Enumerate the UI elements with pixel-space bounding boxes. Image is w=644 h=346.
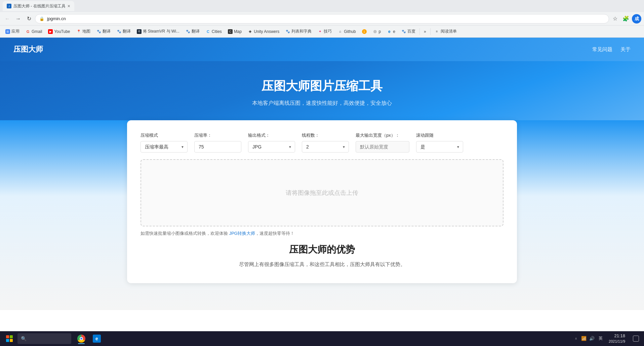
bookmark-tips-label: 技巧: [324, 29, 332, 34]
bookmark-github-label: Github: [344, 29, 356, 34]
quality-input[interactable]: 75: [194, 141, 241, 153]
bookmark-map[interactable]: C Map: [225, 28, 244, 35]
github-icon: ⌂: [338, 29, 343, 34]
language-indicator[interactable]: 英: [598, 335, 603, 342]
bookmark-gmail[interactable]: G Gmail: [23, 28, 45, 35]
website: 压图大师 常见问题 关于 压图大师图片压缩工具 本地客户端离线压图，速度快性能好…: [0, 38, 644, 333]
advantages-section: 压图大师的优势 尽管网上有很多图像压缩工具，和这些工具相比，压图大师具有以下优势…: [140, 236, 504, 271]
taskbar-right: ∧ 📶 🔊 英 21:18 2021/11/9: [574, 332, 641, 345]
back-button[interactable]: ←: [3, 14, 12, 24]
translate2-icon: 🐾: [117, 29, 121, 34]
notification-button[interactable]: [631, 333, 641, 345]
drop-zone[interactable]: 请将图像拖至此或点击上传: [140, 159, 504, 226]
tray-expand-icon[interactable]: ∧: [574, 336, 578, 341]
tips-icon: ✦: [318, 29, 322, 34]
tab-bar: J 压图大师 - 在线图片压缩工具 ×: [0, 0, 644, 12]
bookmark-list[interactable]: 🐾 列表和字典: [283, 27, 314, 36]
bookmark-list-label: 列表和字典: [291, 29, 312, 34]
mode-select[interactable]: 压缩率最高 均衡模式 质量优先: [140, 141, 188, 153]
bookmark-star-button[interactable]: ☆: [610, 14, 620, 24]
bookmark-youtube[interactable]: ▶ YouTube: [45, 28, 73, 35]
nav-about[interactable]: 关于: [620, 46, 631, 53]
format-label: 输出格式：: [248, 132, 295, 138]
notification-icon: [633, 336, 639, 342]
cities-icon: C: [206, 29, 210, 34]
translate3-icon: 🐾: [186, 29, 190, 34]
site-logo: 压图大师: [13, 44, 43, 54]
control-group-threads: 线程数： 1 2 4 8: [302, 132, 349, 153]
bookmark-unity[interactable]: ◈ Unity Answers: [245, 28, 282, 35]
bookmark-steam-label: 将 SteamVR 与 Wi...: [143, 29, 179, 34]
footer-note: 如需快速批量缩小图像或格式转换，欢迎体验 JPG转换大师，速度超快零等待！: [140, 230, 504, 236]
taskbar: 🔍 e ∧ 📶 🔊 英 21:18 2021/11/9: [0, 331, 644, 346]
taskbar-clock[interactable]: 21:18 2021/11/9: [606, 332, 628, 345]
bookmark-trans1[interactable]: 🐾 翻译: [94, 27, 113, 36]
volume-icon[interactable]: 🔊: [589, 335, 595, 342]
scroll-label: 滚动跟随: [416, 132, 463, 138]
bookmark-reading-list[interactable]: ≡ 阅读清单: [432, 27, 459, 36]
bookmark-chevron[interactable]: »: [421, 28, 429, 35]
threads-select-wrapper: 1 2 4 8: [302, 141, 349, 153]
bookmark-p[interactable]: ◎ p: [370, 28, 384, 35]
unity-icon: ◈: [248, 29, 252, 34]
baidu-icon: 🐾: [401, 29, 406, 34]
reading-list-icon: ≡: [435, 29, 439, 34]
control-group-format: 输出格式： JPG PNG WEBP: [248, 132, 295, 153]
bookmark-cities[interactable]: C Cities: [203, 28, 225, 35]
bookmark-num1[interactable]: 1: [359, 28, 369, 35]
address-bar[interactable]: 🔒 jpgmin.cn: [35, 14, 609, 24]
bookmark-e[interactable]: e e: [384, 28, 398, 35]
content-wrapper: 压缩模式 压缩率最高 均衡模式 质量优先 压缩率： 75: [0, 120, 644, 310]
site-nav: 常见问题 关于: [592, 46, 631, 53]
site-header: 压图大师 常见问题 关于: [0, 38, 644, 61]
maps-icon: 📍: [76, 29, 81, 34]
separator: [419, 28, 420, 35]
maxwidth-input[interactable]: [356, 141, 409, 153]
edge-app-icon: e: [93, 335, 101, 343]
clock-time: 21:18: [609, 333, 625, 339]
mode-select-wrapper: 压缩率最高 均衡模式 质量优先: [140, 141, 188, 153]
bookmark-baidu[interactable]: 🐾 百度: [399, 27, 418, 36]
clock-date: 2021/11/9: [609, 339, 625, 344]
browser-tab[interactable]: J 压图大师 - 在线图片压缩工具 ×: [3, 1, 74, 11]
bookmark-trans2[interactable]: 🐾 翻译: [114, 27, 133, 36]
p-icon: ◎: [373, 29, 377, 34]
apps-icon: ⊞: [5, 29, 10, 34]
bookmark-reading-list-label: 阅读清单: [441, 29, 457, 34]
bookmark-trans3-label: 翻译: [192, 29, 200, 34]
nav-faq[interactable]: 常见问题: [592, 46, 612, 53]
taskbar-search[interactable]: 🔍: [17, 333, 71, 344]
control-group-mode: 压缩模式 压缩率最高 均衡模式 质量优先: [140, 132, 188, 153]
profile-button[interactable]: 成: [632, 14, 641, 24]
threads-select[interactable]: 1 2 4 8: [302, 141, 349, 153]
close-tab-icon[interactable]: ×: [68, 3, 70, 9]
bookmark-steam[interactable]: 将 将 SteamVR 与 Wi...: [134, 27, 182, 36]
extensions-button[interactable]: 🧩: [621, 14, 631, 24]
list-icon: 🐾: [285, 29, 290, 34]
footer-note-link[interactable]: JPG转换大师: [229, 231, 255, 236]
scroll-select[interactable]: 是 否: [416, 141, 463, 153]
format-select-wrapper: JPG PNG WEBP: [248, 141, 295, 153]
advantages-title: 压图大师的优势: [140, 243, 504, 256]
start-button[interactable]: [3, 333, 16, 345]
forward-button[interactable]: →: [13, 14, 23, 24]
bookmark-unity-label: Unity Answers: [254, 29, 279, 34]
steam-icon: 将: [137, 29, 142, 34]
taskbar-edge-app[interactable]: e: [89, 333, 104, 345]
network-icon[interactable]: 📶: [580, 335, 587, 342]
taskbar-chrome-app[interactable]: [74, 333, 89, 345]
bookmark-apps[interactable]: ⊞ 应用: [3, 27, 22, 36]
bookmark-maps[interactable]: 📍 地图: [74, 27, 93, 36]
bookmark-tips[interactable]: ✦ 技巧: [315, 27, 334, 36]
tab-title: 压图大师 - 在线图片压缩工具: [13, 3, 66, 9]
bookmark-trans3[interactable]: 🐾 翻译: [183, 27, 202, 36]
bookmark-github[interactable]: ⌂ Github: [335, 28, 358, 35]
threads-label: 线程数：: [302, 132, 349, 138]
taskbar-apps: e: [74, 333, 104, 345]
format-select[interactable]: JPG PNG WEBP: [248, 141, 295, 153]
separator2: [430, 28, 431, 35]
footer-note-prefix: 如需快速批量缩小图像或格式转换，欢迎体验: [140, 231, 229, 236]
youtube-icon: ▶: [48, 29, 53, 34]
bookmark-baidu-label: 百度: [407, 29, 415, 34]
reload-button[interactable]: ↻: [24, 14, 34, 24]
